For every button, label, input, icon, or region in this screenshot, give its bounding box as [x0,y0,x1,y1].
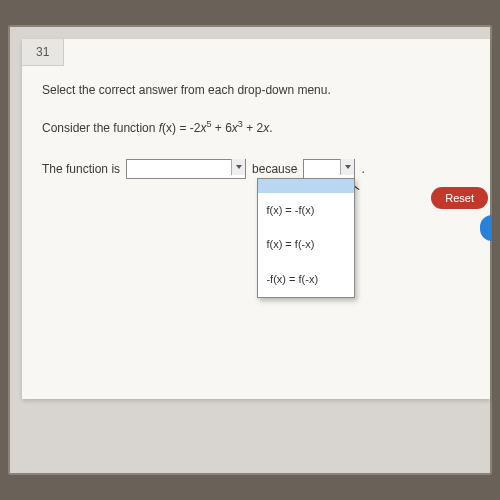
dropdown-option-2[interactable]: f(x) = f(-x) [258,227,354,262]
dropdown-option-3[interactable]: -f(x) = f(-x) [258,262,354,297]
trailing-period: . [361,158,364,181]
question-number-tab: 31 [22,39,64,66]
answer-row: The function is because ↖ f(x) = -f(x) f… [42,158,470,181]
reset-button[interactable]: Reset [431,187,488,209]
question-number: 31 [36,45,49,59]
dropdown-parity[interactable] [126,159,246,179]
question-content: Select the correct answer from each drop… [22,39,490,200]
screen-frame: 31 Select the correct answer from each d… [8,25,492,475]
next-button-partial[interactable] [480,215,492,241]
dropdown-reason-menu: f(x) = -f(x) f(x) = f(-x) -f(x) = f(-x) [257,178,355,299]
dropdown-option-blank[interactable] [258,179,354,193]
dropdown-2-wrap: ↖ f(x) = -f(x) f(x) = f(-x) -f(x) = f(-x… [303,158,355,181]
dropdown-option-1[interactable]: f(x) = -f(x) [258,193,354,228]
question-card: 31 Select the correct answer from each d… [22,39,490,399]
instructions-text: Select the correct answer from each drop… [42,79,470,102]
func-arg-start: (x) = -2 [162,121,200,135]
answer-prefix: The function is [42,158,120,181]
dropdown-reason[interactable] [303,159,355,179]
function-definition: Consider the function f(x) = -2x5 + 6x3 … [42,116,470,140]
plus-6: + 6 [211,121,231,135]
dropdown-1-wrap [126,158,246,181]
consider-prefix: Consider the function [42,121,159,135]
period: . [269,121,272,135]
plus-2: + 2 [243,121,263,135]
